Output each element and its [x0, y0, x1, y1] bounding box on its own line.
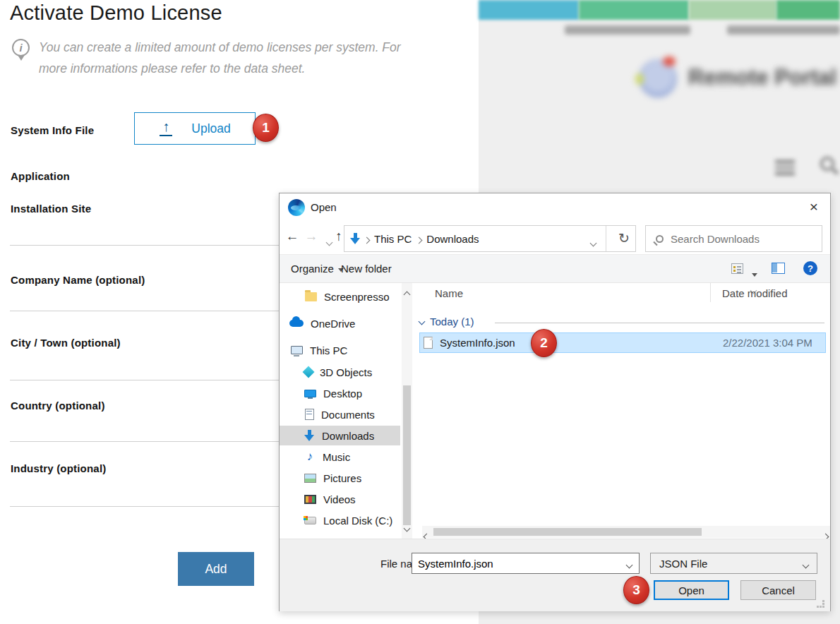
system-info-file-label: System Info File	[11, 124, 94, 136]
document-icon	[305, 409, 314, 420]
sidebar-item-music[interactable]: ♪ Music	[280, 447, 400, 467]
step-badge-3: 3	[623, 576, 649, 604]
group-collapse-icon	[419, 318, 426, 325]
resize-grip[interactable]	[817, 600, 825, 608]
view-mode-caret-icon[interactable]	[748, 268, 757, 280]
sidebar-item-pictures[interactable]: Pictures	[280, 468, 400, 488]
refresh-icon[interactable]: ↻	[618, 230, 630, 246]
breadcrumb-chevron-icon	[416, 233, 421, 245]
view-mode-icon[interactable]	[731, 263, 743, 274]
topbar-segment	[579, 0, 689, 20]
column-header-name[interactable]: Name	[435, 287, 463, 299]
new-folder-button[interactable]: New folder	[341, 263, 392, 275]
folder-icon	[305, 292, 317, 301]
picture-icon	[304, 474, 316, 483]
file-page-icon	[424, 337, 433, 349]
topbar-segment	[689, 0, 776, 20]
search-box[interactable]	[645, 225, 822, 252]
open-file-dialog: Open × ← → ↑ This PC Downloads ↻	[279, 193, 831, 611]
scroll-down-icon[interactable]	[404, 521, 409, 533]
sidebar-item-screenpresso[interactable]: Screenpresso	[280, 287, 400, 306]
dialog-body: Screenpresso OneDrive This PC 3D Objects…	[280, 283, 830, 539]
back-button[interactable]: ←	[284, 229, 301, 244]
breadcrumb-this-pc[interactable]: This PC	[371, 233, 414, 245]
scrollbar-thumb[interactable]	[403, 385, 411, 525]
file-row-systeminfo[interactable]: SystemInfo.json 2/22/2021 3:04 PM	[419, 332, 826, 353]
scrollbar-thumb[interactable]	[433, 528, 702, 536]
sidebar-item-3d-objects[interactable]: 3D Objects	[280, 362, 400, 382]
application-label: Application	[11, 170, 70, 182]
upload-button[interactable]: ↑ Upload	[134, 112, 256, 145]
file-type-value: JSON File	[659, 558, 707, 570]
sidebar-item-videos[interactable]: Videos	[280, 489, 400, 509]
edge-browser-icon	[288, 199, 305, 216]
cube-icon	[303, 366, 315, 378]
info-icon: i	[12, 39, 30, 56]
music-note-icon: ♪	[304, 452, 316, 462]
portal-logo-icon	[639, 59, 677, 97]
search-icon	[656, 235, 664, 243]
hamburger-icon	[775, 160, 795, 179]
organize-button[interactable]: Organize	[291, 263, 344, 275]
city-town-label: City / Town (optional)	[11, 337, 121, 349]
column-header-date-modified[interactable]: Date modified	[722, 287, 788, 299]
file-name-dropdown-chevron[interactable]	[627, 558, 632, 570]
search-input[interactable]	[671, 233, 798, 245]
dialog-toolbar: Organize New folder ?	[280, 254, 830, 283]
breadcrumb-chevron-icon	[364, 233, 369, 245]
info-text: You can create a limited amount of demo …	[39, 37, 406, 79]
file-type-dropdown[interactable]: JSON File	[650, 553, 817, 574]
page-title: Activate Demo License	[10, 1, 222, 25]
file-name-input[interactable]	[412, 558, 627, 570]
country-label: Country (optional)	[11, 400, 105, 412]
column-separator[interactable]	[710, 283, 711, 302]
portal-brand: Remote Portal	[688, 65, 840, 90]
topbar-segment	[776, 0, 840, 20]
scroll-up-icon[interactable]	[404, 287, 409, 299]
blurred-nav-link	[565, 25, 690, 35]
blurred-nav-link	[727, 25, 840, 35]
cancel-button[interactable]: Cancel	[740, 580, 816, 600]
address-bar[interactable]: This PC Downloads ↻	[344, 225, 636, 252]
monitor-icon	[304, 390, 316, 397]
file-name: SystemInfo.json	[440, 337, 515, 349]
group-header-today[interactable]: Today (1)	[419, 316, 474, 328]
dialog-nav-row: ← → ↑ This PC Downloads ↻	[280, 222, 830, 254]
portal-search-icon	[820, 157, 834, 171]
sidebar-item-downloads[interactable]: Downloads	[280, 426, 400, 445]
downloads-folder-icon	[350, 233, 361, 245]
file-list-pane: Name Date modified Today (1) SystemInfo.…	[412, 283, 830, 539]
sidebar-scrollbar[interactable]	[402, 283, 412, 539]
sidebar-item-this-pc[interactable]: This PC	[280, 340, 400, 360]
breadcrumb-downloads[interactable]: Downloads	[424, 233, 481, 245]
dialog-title: Open	[311, 201, 337, 213]
upload-icon: ↑	[159, 121, 173, 136]
sidebar-item-onedrive[interactable]: OneDrive	[280, 313, 400, 333]
computer-icon	[291, 346, 303, 354]
step-badge-2: 2	[531, 329, 557, 357]
preview-pane-icon[interactable]	[772, 263, 785, 274]
file-date-modified: 2/22/2021 3:04 PM	[723, 337, 812, 349]
upload-button-label: Upload	[191, 121, 230, 136]
download-arrow-icon	[304, 430, 315, 442]
company-name-label: Company Name (optional)	[11, 274, 145, 286]
forward-button[interactable]: →	[303, 229, 320, 244]
industry-label: Industry (optional)	[11, 462, 106, 474]
dialog-footer: File name: JSON File 3 Open Cancel	[280, 539, 830, 611]
address-divider	[606, 226, 606, 251]
file-type-chevron-icon	[803, 558, 808, 570]
installation-site-label: Installation Site	[11, 203, 91, 215]
sidebar-item-desktop[interactable]: Desktop	[280, 383, 400, 403]
help-icon[interactable]: ?	[803, 261, 817, 275]
open-button[interactable]: Open	[654, 580, 729, 600]
close-icon[interactable]: ×	[802, 196, 826, 217]
sidebar-item-documents[interactable]: Documents	[280, 404, 400, 424]
add-button[interactable]: Add	[178, 552, 254, 586]
sidebar-item-local-disk[interactable]: Local Disk (C:)	[280, 510, 400, 530]
file-name-combobox[interactable]	[412, 553, 640, 574]
horizontal-scrollbar[interactable]	[422, 526, 830, 538]
onedrive-cloud-icon	[289, 320, 304, 327]
topbar-segment	[479, 0, 579, 20]
video-film-icon	[304, 495, 316, 504]
address-dropdown-chevron[interactable]	[591, 236, 596, 248]
